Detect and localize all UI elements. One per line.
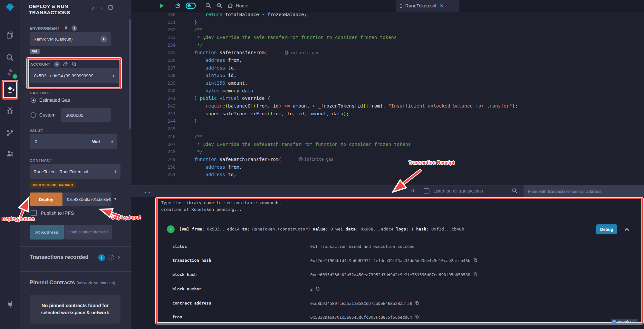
receipt-row-value: 0x1 Transaction mined and execution succ… [310,244,415,249]
listen-all-checkbox[interactable] [424,188,429,194]
code-line[interactable]: 240 bytes memory data [131,87,644,95]
code-line[interactable]: 243 super.safeTransferFrom(from, to, id,… [131,110,644,118]
debugger-icon[interactable] [5,106,15,116]
code-line[interactable]: 239 uint256 amount, [131,79,644,87]
copy-value-icon[interactable] [473,272,477,277]
divider [20,271,131,272]
zoom-in-icon[interactable] [216,2,223,10]
code-line[interactable]: 235 function safeTransferFrom(infinite g… [131,49,644,56]
value-unit-stepper-icon[interactable]: ▲▼ [111,140,113,143]
account-value: 0x5B3...eddC4 (99.999999999 [34,73,93,78]
contract-select[interactable]: RuneToken - RuneToken.sol ▲▼ [30,164,120,179]
at-address-input[interactable] [64,225,112,240]
tab-close-icon[interactable]: ✕ [440,3,444,9]
run-script-icon[interactable] [158,2,165,11]
panel-scrollbar[interactable] [129,19,131,129]
deploy-run-panel: DEPLOY & RUN TRANSACTIONS ✓ › ENVIRONMEN… [20,0,131,329]
at-address-button[interactable]: At Address [30,225,64,240]
terminal[interactable]: Type the library name to see available c… [131,197,644,329]
terminal-search-icon[interactable] [512,188,518,195]
copy-value-icon[interactable] [316,287,320,291]
custom-gas-input[interactable] [61,108,111,122]
environment-stepper-icon[interactable]: ▲▼ [101,36,107,42]
code-line[interactable]: 237 address to, [131,64,644,72]
code-text: address to, [183,172,236,177]
panel-forward-icon[interactable]: › [100,4,102,11]
code-line[interactable]: 231 } [131,18,644,26]
deploy-expand-chevron-icon[interactable]: ▾ [114,196,117,202]
edit-account-icon[interactable] [63,61,68,68]
code-line[interactable]: 242 require(balanceOf(from, id) >= amoun… [131,102,644,110]
code-line[interactable]: 238 uint256 id, [131,72,644,80]
code-line[interactable]: 246 /** [131,133,644,140]
contract-stepper-icon[interactable]: ▲▼ [114,170,117,173]
fork-state-icon[interactable] [63,25,68,32]
copy-value-icon[interactable] [415,315,419,319]
code-line[interactable]: 249 function safeBatchTransferFrom(infin… [131,155,644,163]
solidity-compiler-icon[interactable]: ✓ [5,68,15,77]
unit-testing-icon[interactable] [5,149,15,158]
contract-value: RuneToken - RuneToken.sol [34,169,88,174]
code-editor[interactable]: 230 return totalBalance - frozenBalance;… [131,12,644,185]
transactions-info-icon[interactable]: i [109,255,114,260]
contract-label: CONTRACT [30,158,52,162]
code-line[interactable]: 236 address from, [131,56,644,64]
code-line[interactable]: 248 */ [131,148,644,155]
tx-summary-label: to: [240,227,250,231]
code-text: address from, [183,58,242,63]
publish-ipfs-checkbox[interactable] [31,210,37,216]
code-line[interactable]: 230 return totalBalance - frozenBalance; [131,12,644,18]
code-line[interactable]: 245 [131,125,644,133]
receipt-row-label: contract address [172,301,211,306]
deploy-input[interactable]: 0x5B38Da6a701c568545 [63,193,111,206]
estimated-gas-radio[interactable] [31,98,36,103]
tx-summary-label: value: [310,227,328,231]
code-line[interactable]: 232 /** [131,26,644,33]
search-icon[interactable] [5,53,15,62]
code-line[interactable]: 233 * @dev Override the safeTransferFrom… [131,33,644,41]
line-number: 238 [131,73,176,78]
tx-summary[interactable]: [vm] from: 0x5B3...eddC4 to: RuneToken.(… [179,227,464,231]
copy-account-icon[interactable] [72,61,76,68]
custom-gas-radio[interactable] [31,112,36,118]
collapse-receipt-icon[interactable] [624,227,630,233]
git-icon[interactable] [5,128,15,138]
code-line[interactable]: 234 */ [131,41,644,49]
code-line[interactable]: 241 ) public virtual override { [131,95,644,102]
deploy-button[interactable]: Deploy [30,193,62,206]
terminal-collapse-icon[interactable]: ⌄⌄ [143,189,151,194]
remix-logo[interactable] [5,3,15,12]
value-unit-select[interactable]: Wei ▲▼ [88,134,117,149]
tx-summary-value: 0x608...eddc4 [358,227,394,231]
transaction-filter-input[interactable] [524,185,644,197]
copy-value-icon[interactable] [473,258,477,262]
account-stepper-icon[interactable]: ▲▼ [112,74,115,78]
custom-gas-label: Custom [39,112,55,118]
value-input[interactable] [30,134,88,149]
file-explorer-icon[interactable] [5,30,15,40]
environment-value: Remix VM (Cancun) [34,37,73,42]
tab-runetoken[interactable]: RuneToken.sol ✕ [396,0,459,12]
pin-panel-icon[interactable] [108,5,113,12]
copilot-toggle-icon[interactable] [186,3,196,10]
deploy-run-icon[interactable] [5,85,15,94]
zoom-out-icon[interactable] [205,2,212,10]
line-number: 234 [131,42,176,48]
add-account-icon[interactable]: + [54,61,60,67]
editor-tabbar: Home RuneToken.sol ✕ [131,0,644,12]
tab-home[interactable]: Home [227,3,248,9]
compile-success-badge: ✓ [13,74,17,79]
code-line[interactable]: 250 address from, [131,163,644,171]
code-text: function safeTransferFrom( [183,50,267,55]
ai-assistant-icon[interactable] [174,2,182,11]
plugin-connect-icon[interactable] [5,299,15,309]
transactions-expand-icon[interactable]: › [118,253,120,260]
account-select[interactable]: 0x5B3...eddC4 (99.999999999 ▲▼ [30,68,119,83]
debug-button[interactable]: Debug [596,224,617,234]
environment-select[interactable]: Remix VM (Cancun) ▲▼ [30,32,111,46]
code-line[interactable]: 244 } [131,118,644,125]
environment-info-icon[interactable]: i [72,25,77,31]
code-line[interactable]: 247 * @dev Override the safeBatchTransfe… [131,140,644,148]
code-line[interactable]: 251 address to, [131,171,644,178]
copy-value-icon[interactable] [415,301,419,305]
